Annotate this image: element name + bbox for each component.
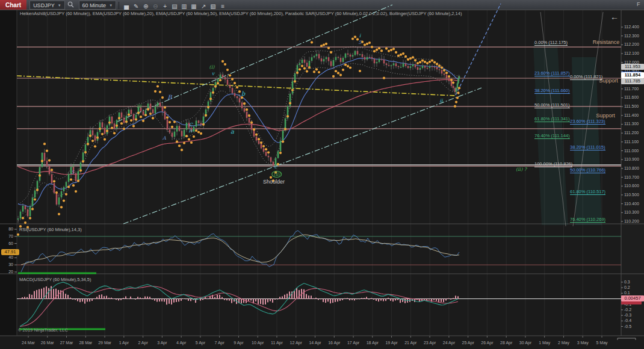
fib-band	[533, 43, 568, 225]
ninjatrader-chart-window: Chart USDJPY ▼ 60 Minute ▼ ▅✎⊕⊖+▤▥▦↗▧≡ 2…	[0, 0, 644, 349]
yellow-trendline	[17, 76, 456, 96]
projection-line	[456, 4, 501, 95]
rsi-line	[21, 230, 459, 272]
rsi-avg-line	[21, 235, 459, 265]
fib-band	[572, 57, 602, 225]
scrollbar-end	[618, 338, 636, 340]
macd-histogram	[19, 286, 459, 304]
channel-lower-line	[123, 88, 481, 224]
chart-canvas	[0, 0, 644, 349]
